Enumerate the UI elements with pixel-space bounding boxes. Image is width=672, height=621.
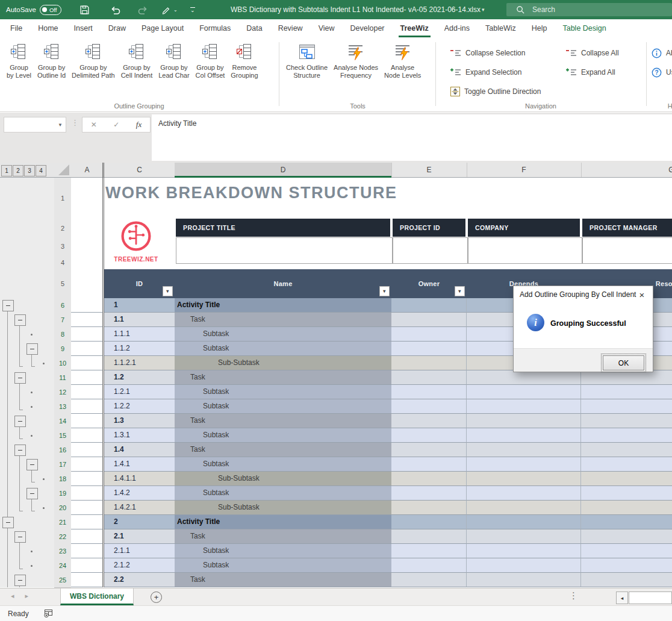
cell-empty[interactable] bbox=[467, 414, 581, 428]
tab-table-design[interactable]: Table Design bbox=[555, 19, 614, 37]
btn-analyse-node-levels[interactable]: AnalyseNode Levels bbox=[381, 40, 424, 80]
cell-name[interactable]: Sub-Subtask bbox=[175, 356, 391, 370]
select-all-button[interactable] bbox=[58, 164, 69, 175]
cell-empty[interactable] bbox=[391, 327, 467, 342]
cell-a10[interactable] bbox=[71, 356, 102, 370]
cell-empty[interactable] bbox=[391, 356, 467, 370]
cell-empty[interactable] bbox=[467, 385, 581, 399]
redo-button[interactable] bbox=[137, 0, 148, 19]
btn-about[interactable]: About bbox=[652, 47, 672, 59]
name-box[interactable]: ▼ bbox=[4, 117, 66, 133]
cell-id[interactable]: 1.4.2 bbox=[104, 486, 175, 501]
outline-collapse-button[interactable] bbox=[14, 416, 26, 427]
row-header-4[interactable]: 4 bbox=[54, 255, 71, 270]
cell-empty[interactable] bbox=[467, 399, 581, 414]
btn-remove-grouping[interactable]: RemoveGrouping bbox=[228, 40, 261, 80]
cell-empty[interactable] bbox=[581, 370, 672, 385]
cell-name[interactable]: Subtask bbox=[175, 544, 391, 558]
cell-a17[interactable] bbox=[71, 457, 102, 472]
cell-empty[interactable] bbox=[391, 443, 467, 457]
btn-collapse-selection[interactable]: Collapse Selection bbox=[450, 47, 525, 59]
cell-empty[interactable] bbox=[391, 298, 467, 313]
cell-empty[interactable] bbox=[467, 428, 581, 443]
outline-collapse-button[interactable] bbox=[14, 314, 26, 326]
hscroll-left-arrow[interactable]: ◂ bbox=[616, 591, 628, 604]
outline-collapse-button[interactable] bbox=[26, 459, 38, 470]
filter-button-name[interactable]: ▾ bbox=[379, 286, 390, 296]
cell-empty[interactable] bbox=[391, 370, 467, 385]
search-input[interactable]: Search bbox=[506, 3, 672, 16]
btn-group-by-delimited-path[interactable]: Group byDelimited Path bbox=[69, 40, 118, 80]
row-header-14[interactable]: 14 bbox=[54, 414, 71, 429]
tab-help[interactable]: Help bbox=[524, 19, 555, 37]
cell-empty[interactable] bbox=[467, 457, 581, 472]
tab-draw[interactable]: Draw bbox=[101, 19, 134, 37]
cell-a6[interactable] bbox=[71, 298, 102, 313]
confirm-entry-icon[interactable]: ✓ bbox=[113, 120, 119, 129]
cell-empty[interactable] bbox=[581, 428, 672, 443]
row-header-25[interactable]: 25 bbox=[54, 573, 71, 588]
outline-level-button-4[interactable]: 4 bbox=[36, 165, 46, 176]
cancel-entry-icon[interactable]: ✕ bbox=[91, 120, 97, 129]
outline-level-button-1[interactable]: 1 bbox=[1, 165, 12, 176]
dialog-close-icon[interactable]: × bbox=[636, 289, 648, 301]
cell-name[interactable]: Task bbox=[175, 529, 391, 544]
cell-empty[interactable] bbox=[581, 399, 672, 414]
cell-empty[interactable] bbox=[467, 443, 581, 457]
cell-a24[interactable] bbox=[71, 558, 102, 573]
cell-name[interactable]: Subtask bbox=[175, 342, 391, 356]
tab-add-ins[interactable]: Add-ins bbox=[437, 19, 478, 37]
cell-empty[interactable] bbox=[581, 385, 672, 399]
row-header-7[interactable]: 7 bbox=[54, 313, 71, 328]
cell-empty[interactable] bbox=[581, 486, 672, 501]
cell-id[interactable]: 1.3 bbox=[104, 414, 175, 428]
row-header-16[interactable]: 16 bbox=[54, 443, 71, 458]
cell-name[interactable]: Task bbox=[175, 414, 391, 428]
row-header-22[interactable]: 22 bbox=[54, 529, 71, 545]
row-header-24[interactable]: 24 bbox=[54, 558, 71, 573]
btn-use[interactable]: ?Use bbox=[652, 66, 672, 78]
autosave-toggle[interactable]: AutoSave Off bbox=[6, 0, 61, 19]
row-header-1[interactable]: 1 bbox=[54, 178, 71, 219]
btn-group-by-level[interactable]: Groupby Level bbox=[4, 40, 34, 80]
cell-empty[interactable] bbox=[581, 529, 672, 544]
cell-name[interactable]: Subtask bbox=[175, 428, 391, 443]
btn-toggle-outline-direction[interactable]: Toggle Outline Direction bbox=[450, 86, 541, 98]
ok-button[interactable]: OK bbox=[603, 355, 644, 370]
tab-treewiz[interactable]: TreeWiz bbox=[393, 19, 437, 37]
tab-home[interactable]: Home bbox=[30, 19, 66, 37]
row-header-6[interactable]: 6 bbox=[54, 298, 71, 313]
row-header-11[interactable]: 11 bbox=[54, 370, 71, 385]
row-header-5[interactable]: 5 bbox=[54, 269, 71, 299]
btn-group-by-col-offset[interactable]: Group byCol Offset bbox=[193, 40, 228, 80]
cell-id[interactable]: 1.4.2.1 bbox=[104, 501, 175, 515]
tab-review[interactable]: Review bbox=[270, 19, 311, 37]
btn-expand-selection[interactable]: Expand Selection bbox=[450, 66, 521, 78]
macro-record-icon[interactable] bbox=[43, 609, 54, 620]
cell-a9[interactable] bbox=[71, 342, 102, 356]
cell-a12[interactable] bbox=[71, 385, 102, 399]
cell-a7[interactable] bbox=[71, 313, 102, 327]
cell-id[interactable]: 1.1.2.1 bbox=[104, 356, 175, 370]
outline-level-button-2[interactable]: 2 bbox=[13, 165, 23, 176]
outline-level-button-3[interactable]: 3 bbox=[24, 165, 35, 176]
cell-a22[interactable] bbox=[71, 529, 102, 544]
column-header-f[interactable]: F bbox=[467, 163, 582, 177]
tab-insert[interactable]: Insert bbox=[66, 19, 101, 37]
save-button[interactable] bbox=[79, 0, 90, 19]
row-header-10[interactable]: 10 bbox=[54, 356, 71, 371]
cell-name[interactable]: Subtask bbox=[175, 558, 391, 573]
cell-empty[interactable] bbox=[391, 558, 467, 573]
cell-empty[interactable] bbox=[467, 515, 581, 529]
undo-button[interactable] bbox=[110, 0, 121, 19]
tab-page-layout[interactable]: Page Layout bbox=[134, 19, 191, 37]
cell-name[interactable]: Subtask bbox=[175, 457, 391, 472]
cell-empty[interactable] bbox=[391, 544, 467, 558]
row-header-3[interactable]: 3 bbox=[54, 237, 71, 256]
cell-name[interactable]: Task bbox=[175, 370, 391, 385]
insert-function-icon[interactable]: fx bbox=[136, 120, 142, 130]
cell-id[interactable]: 1.4.1.1 bbox=[104, 472, 175, 486]
sheet-tab-active[interactable]: WBS Dictionary bbox=[60, 588, 134, 605]
input-box-project-title[interactable] bbox=[176, 237, 393, 264]
cell-empty[interactable] bbox=[391, 529, 467, 544]
